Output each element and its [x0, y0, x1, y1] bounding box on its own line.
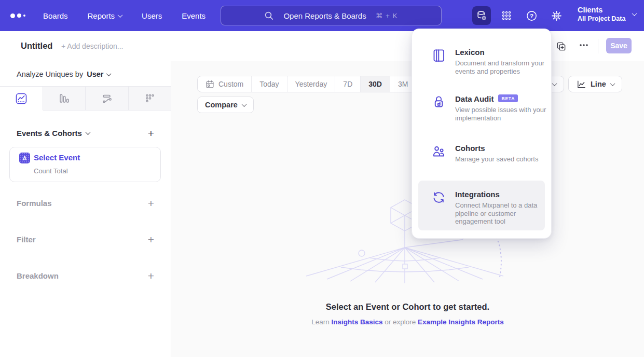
chevron-down-icon: [552, 81, 557, 86]
menu-item-description: Document and transform your events and p…: [455, 59, 550, 75]
svg-text:?: ?: [529, 12, 533, 19]
analyze-value: User: [87, 70, 103, 78]
description-field[interactable]: + Add description...: [61, 42, 123, 50]
menu-item-title: Cohorts: [455, 144, 485, 153]
example-reports-link[interactable]: Example Insights Reports: [418, 318, 504, 326]
lexicon-book-icon: [432, 48, 446, 62]
menu-item-description: Manage your saved cohorts: [455, 155, 550, 163]
date-range-30d[interactable]: 30D: [361, 76, 390, 92]
duplicate-icon: [556, 42, 566, 51]
tab-line-chart[interactable]: [0, 87, 43, 111]
filter-label: Filter: [17, 235, 36, 244]
data-management-menu: Lexicon Document and transform your even…: [412, 29, 552, 239]
count-total-label[interactable]: Count Total: [34, 167, 68, 175]
search-shortcut: ⌘ + K: [376, 11, 398, 20]
nav-item-reports[interactable]: Reports: [88, 11, 122, 20]
date-range-control: Custom Today Yesterday 7D 30D 3M 6M: [197, 76, 443, 92]
chart-type-tabbar: [0, 86, 171, 110]
chevron-down-icon: [85, 130, 90, 135]
chevron-down-icon: [610, 81, 615, 86]
chart-type-button[interactable]: Line: [568, 76, 622, 92]
formulas-label: Formulas: [17, 199, 52, 208]
menu-item-description: View possible issues with your implement…: [455, 106, 550, 122]
add-formula-button[interactable]: +: [148, 198, 154, 209]
nav-item-users[interactable]: Users: [142, 11, 162, 20]
flow-tab-icon: [101, 93, 113, 104]
compare-button[interactable]: Compare: [197, 97, 254, 113]
date-range-custom[interactable]: Custom: [198, 76, 252, 92]
cohorts-people-icon: [432, 144, 446, 158]
scatter-tab-icon: [144, 93, 156, 104]
analyze-by-dropdown[interactable]: User: [87, 70, 111, 78]
menu-item-description: Connect Mixpanel to a data pipeline or c…: [455, 201, 550, 226]
menu-item-data-audit[interactable]: Data AuditBETA View possible issues with…: [432, 94, 542, 122]
insights-basics-link[interactable]: Insights Basics: [331, 318, 382, 326]
date-range-label: 3M: [398, 80, 408, 88]
date-range-label: Custom: [218, 80, 243, 88]
nav-item-label: Events: [182, 11, 205, 20]
bar-chart-tab-icon: [58, 93, 70, 104]
event-letter-badge: A: [19, 153, 30, 163]
help-icon: ?: [526, 10, 538, 22]
apps-grid-button[interactable]: [497, 6, 516, 25]
mixpanel-logo[interactable]: [10, 0, 25, 31]
chevron-down-icon: [118, 12, 123, 18]
line-chart-icon: [576, 79, 586, 89]
nav-item-label: Users: [142, 11, 162, 20]
add-filter-button[interactable]: +: [148, 234, 154, 245]
beta-badge: BETA: [498, 94, 518, 102]
duplicate-button[interactable]: [556, 42, 566, 51]
events-cohorts-header[interactable]: Events & Cohorts: [17, 129, 90, 138]
date-range-label: Yesterday: [295, 80, 327, 88]
date-range-7d[interactable]: 7D: [335, 76, 361, 92]
more-icon: [579, 44, 588, 47]
integrations-sync-icon: [432, 190, 446, 204]
top-nav: Boards Reports Users Events Open Reports…: [0, 0, 644, 31]
query-builder-sidebar: Analyze Uniques by User: [0, 61, 171, 357]
more-options-button[interactable]: [579, 44, 588, 47]
add-event-button[interactable]: +: [148, 128, 154, 139]
apps-grid-icon: [501, 10, 512, 21]
section-title: Events & Cohorts: [17, 129, 82, 138]
menu-item-title: Lexicon: [455, 48, 485, 57]
date-range-today[interactable]: Today: [252, 76, 287, 92]
chart-type-label: Line: [591, 80, 606, 88]
tab-flow[interactable]: [86, 87, 129, 111]
add-breakdown-button[interactable]: +: [148, 270, 154, 281]
settings-button[interactable]: [547, 6, 566, 25]
project-scope: All Project Data: [578, 15, 625, 23]
search-icon: [264, 11, 274, 21]
calendar-icon: [205, 80, 214, 89]
filter-section: Filter +: [17, 234, 154, 245]
help-button[interactable]: ?: [522, 6, 541, 25]
empty-state-middle: or explore: [385, 318, 416, 326]
event-card[interactable]: A Select Event Count Total: [9, 147, 161, 182]
date-range-yesterday[interactable]: Yesterday: [287, 76, 336, 92]
menu-item-title: Integrations: [455, 190, 500, 199]
menu-item-cohorts[interactable]: Cohorts Manage your saved cohorts: [432, 144, 542, 163]
settings-gear-icon: [551, 10, 563, 22]
empty-state-title: Select an Event or Cohort to get started…: [171, 302, 644, 312]
tab-scatter[interactable]: [129, 87, 172, 111]
select-event-label[interactable]: Select Event: [34, 153, 80, 162]
breakdown-label: Breakdown: [17, 271, 59, 280]
nav-item-label: Reports: [88, 11, 115, 20]
menu-item-integrations[interactable]: Integrations Connect Mixpanel to a data …: [432, 190, 542, 226]
page-title[interactable]: Untitled: [21, 41, 52, 51]
search-input[interactable]: Open Reports & Boards ⌘ + K: [221, 6, 442, 25]
nav-item-label: Boards: [43, 11, 68, 20]
line-chart-tab-icon: [16, 93, 27, 104]
nav-item-events[interactable]: Events: [182, 11, 205, 20]
data-audit-lock-icon: [432, 95, 446, 109]
formulas-section: Formulas +: [17, 198, 154, 209]
menu-item-lexicon[interactable]: Lexicon Document and transform your even…: [432, 48, 542, 75]
save-button[interactable]: Save: [606, 38, 632, 53]
analyze-label: Analyze Uniques by: [17, 70, 83, 78]
tab-bar-chart[interactable]: [43, 87, 86, 111]
data-management-button[interactable]: [472, 6, 491, 25]
data-management-icon: [476, 10, 487, 21]
chevron-down-icon: [241, 102, 246, 107]
project-selector[interactable]: Clients All Project Data: [578, 5, 636, 23]
date-range-label: 7D: [343, 80, 352, 88]
nav-item-boards[interactable]: Boards: [43, 11, 68, 20]
